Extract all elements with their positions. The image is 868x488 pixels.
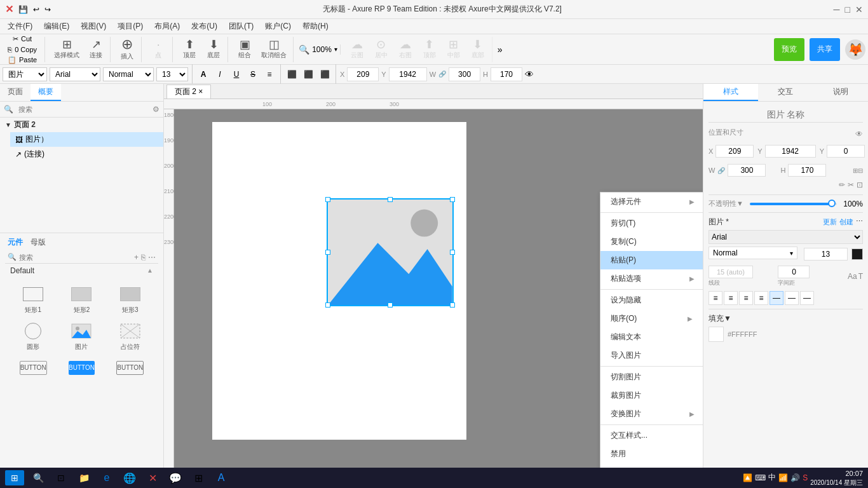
- preview-btn[interactable]: 预览: [774, 38, 804, 61]
- menu-team[interactable]: 团队(T): [224, 20, 259, 33]
- align-right-format-btn[interactable]: ⬛: [318, 67, 332, 81]
- zoom-dropdown-icon[interactable]: ▾: [334, 46, 337, 53]
- widget-add-icon[interactable]: +: [134, 253, 139, 262]
- close-btn[interactable]: ✕: [855, 4, 863, 15]
- cloud-right-btn[interactable]: ☁ 右图: [394, 37, 417, 62]
- select-mode-btn[interactable]: ⊞ 选择模式: [50, 37, 83, 62]
- widget-btn-blue[interactable]: BUTTON: [58, 356, 104, 379]
- widget-rect1[interactable]: 矩形1: [10, 283, 56, 317]
- ctx-edit-text[interactable]: 编辑文本: [600, 328, 703, 346]
- ctx-cut[interactable]: 剪切(T): [600, 214, 703, 233]
- undo-icon[interactable]: ↩: [33, 5, 39, 14]
- handle-tr[interactable]: [450, 197, 455, 202]
- handle-ml[interactable]: [325, 250, 330, 255]
- widget-rect3[interactable]: 矩形3: [107, 283, 153, 317]
- create-btn[interactable]: 创建: [839, 217, 853, 227]
- align-center-btn[interactable]: ⬛: [301, 67, 315, 81]
- ctx-interaction-style[interactable]: 交互样式...: [600, 426, 703, 445]
- default-library-label[interactable]: Default ▲: [5, 264, 158, 278]
- text-align-center-btn[interactable]: ≡: [724, 291, 738, 305]
- ctx-disable[interactable]: 禁用: [600, 445, 703, 463]
- maximize-btn[interactable]: □: [845, 4, 850, 15]
- widget-circle[interactable]: 圆形: [10, 320, 56, 354]
- ctx-import-image[interactable]: 导入图片: [600, 346, 703, 365]
- handle-br[interactable]: [450, 302, 455, 308]
- opacity-knob[interactable]: [828, 200, 836, 207]
- menu-layout[interactable]: 布局(A): [149, 20, 185, 33]
- taskbar-wechat[interactable]: 💬: [166, 469, 184, 487]
- top-layer-btn[interactable]: ⬆ 顶层: [178, 37, 201, 62]
- style-select[interactable]: Normal: [103, 67, 154, 81]
- widget-btn-outline[interactable]: BUTTON: [107, 356, 153, 379]
- ctx-cut-image[interactable]: 切割图片 S: [600, 368, 703, 386]
- start-button[interactable]: ⊞: [5, 470, 24, 485]
- visibility-icon[interactable]: 👁: [525, 69, 534, 79]
- list-btn[interactable]: ≡: [262, 67, 276, 81]
- image-widget[interactable]: [327, 198, 454, 306]
- point-btn[interactable]: · 点: [147, 37, 170, 62]
- style-select-right[interactable]: Normal ▾: [709, 247, 797, 259]
- ungroup-btn[interactable]: ◫ 取消组合: [257, 37, 290, 62]
- text-valign-bottom-btn[interactable]: —: [800, 291, 814, 305]
- widget-image[interactable]: 图片: [58, 320, 104, 354]
- fill-swatch[interactable]: [709, 327, 724, 342]
- outline-search-input[interactable]: [16, 104, 150, 114]
- widget-more-icon[interactable]: ⋯: [148, 253, 156, 262]
- handle-mr[interactable]: [450, 250, 455, 255]
- crop-icon-right[interactable]: ✂: [848, 180, 854, 189]
- ctx-copy[interactable]: 复制(C): [600, 233, 703, 251]
- handle-bc[interactable]: [388, 302, 393, 308]
- ctx-select-state[interactable]: 选中: [600, 463, 703, 468]
- tab-masters[interactable]: 母版: [28, 236, 48, 249]
- cloud-left-btn[interactable]: ☁ 云图: [346, 37, 369, 62]
- element-name-input[interactable]: [709, 107, 863, 123]
- share-btn[interactable]: 共享: [810, 38, 840, 61]
- save-icon[interactable]: 💾: [18, 5, 28, 14]
- taskbar-edu[interactable]: A: [212, 469, 230, 487]
- align-left-btn[interactable]: ⬛: [285, 67, 299, 81]
- flip-icon-right[interactable]: ⊡: [857, 180, 863, 189]
- filter-icon[interactable]: ⚙: [153, 105, 159, 114]
- ctx-crop-image[interactable]: 裁剪图片 C: [600, 386, 703, 405]
- more-btn[interactable]: »: [495, 42, 505, 57]
- cut-btn[interactable]: ✂ Cut: [10, 34, 34, 44]
- ctx-paste[interactable]: 粘贴(P): [600, 251, 703, 269]
- font-color-swatch[interactable]: [851, 248, 863, 260]
- underline-btn[interactable]: U: [229, 67, 243, 81]
- taskbar-search[interactable]: 🔍: [29, 469, 47, 487]
- tab-outline[interactable]: 概要: [31, 84, 61, 101]
- taskbar-apps[interactable]: ⊞: [189, 469, 207, 487]
- edit-text-icon-right[interactable]: ✏: [839, 180, 845, 189]
- tab-style[interactable]: 样式: [703, 84, 758, 101]
- font-family-select[interactable]: Arial: [709, 230, 863, 244]
- middle-align-btn[interactable]: ⊞ 中部: [442, 37, 465, 62]
- visibility-toggle[interactable]: 👁: [855, 130, 863, 139]
- insert-btn[interactable]: ⊕ 插入: [116, 37, 139, 62]
- ctx-select-element[interactable]: 选择元件 ▶: [600, 193, 703, 211]
- menu-help[interactable]: 帮助(H): [297, 20, 334, 33]
- copy-btn[interactable]: ⎘ 0 Copy: [5, 45, 39, 54]
- text-align-justify-btn[interactable]: ≡: [754, 291, 768, 305]
- group-btn[interactable]: ▣ 组合: [233, 37, 256, 62]
- tab-interaction[interactable]: 交互: [758, 84, 813, 101]
- opacity-slider[interactable]: [750, 203, 837, 205]
- menu-project[interactable]: 项目(P): [112, 20, 148, 33]
- center-btn[interactable]: ⊙ 居中: [370, 37, 393, 62]
- more-style-icon[interactable]: ⋯: [856, 217, 863, 227]
- widget-copy-icon[interactable]: ⎘: [141, 253, 146, 262]
- strikethrough-btn[interactable]: S: [246, 67, 260, 81]
- menu-publish[interactable]: 发布(U): [186, 20, 222, 33]
- taskbar-task-view[interactable]: ⊡: [52, 469, 70, 487]
- w-input[interactable]: 300: [449, 67, 480, 81]
- handle-bl[interactable]: [325, 302, 330, 308]
- menu-edit[interactable]: 编辑(E): [39, 20, 74, 33]
- taskbar-edge[interactable]: e: [98, 469, 116, 487]
- h-value-input[interactable]: [788, 164, 826, 177]
- text-align-right-btn[interactable]: ≡: [739, 291, 753, 305]
- menu-account[interactable]: 账户(C): [260, 20, 296, 33]
- tree-link-item[interactable]: ↗ (连接): [10, 147, 163, 161]
- ctx-hide[interactable]: 设为隐藏: [600, 291, 703, 309]
- h-input[interactable]: 170: [491, 67, 522, 81]
- italic-btn[interactable]: I: [213, 67, 227, 81]
- ctx-paste-options[interactable]: 粘贴选项 ▶: [600, 269, 703, 288]
